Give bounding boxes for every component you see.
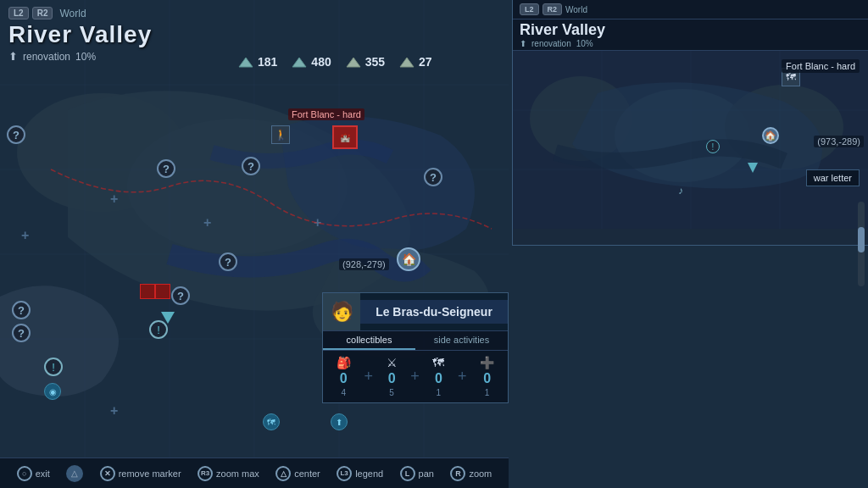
mini-region-title: River Valley xyxy=(520,21,861,39)
l2-button[interactable]: L2 xyxy=(8,7,29,19)
legend-label: legend xyxy=(355,469,383,479)
svg-marker-18 xyxy=(292,58,306,67)
resource-wood-value: 181 xyxy=(258,55,277,69)
red-marker-1[interactable] xyxy=(140,284,155,299)
stat-icon-1: 🎒 xyxy=(337,356,351,369)
scrollbar-thumb xyxy=(858,227,865,252)
resource-extra: 27 xyxy=(398,55,432,69)
stat-icon-4: ➕ xyxy=(480,356,494,369)
remove-marker-label: remove marker xyxy=(119,469,181,479)
location-tabs: collectibles side activities xyxy=(323,331,508,351)
controller-buttons: L2 R2 World xyxy=(8,7,152,19)
marker-question-3[interactable]: ? xyxy=(242,157,260,175)
action-exit: ○ exit xyxy=(17,466,50,481)
marker-question-4[interactable]: ? xyxy=(424,168,442,186)
stat-sep-2: + xyxy=(410,368,420,385)
renovation-percent-main: 10% xyxy=(75,51,96,63)
fast-travel-2[interactable]: 🗺 xyxy=(263,413,280,430)
renovation-info: ⬆ renovation 10% xyxy=(8,50,152,63)
svg-text:+: + xyxy=(110,403,118,418)
action-legend: L3 legend xyxy=(337,466,383,481)
exit-button[interactable]: ○ xyxy=(17,466,32,481)
legend-button[interactable]: L3 xyxy=(337,466,352,481)
renovation-label-main: renovation xyxy=(23,51,70,63)
center-button[interactable]: △ xyxy=(275,466,291,481)
exclaim-marker-2[interactable]: ! xyxy=(44,358,63,376)
svg-marker-19 xyxy=(347,58,360,67)
mini-renovation: ⬆ renovation 10% xyxy=(520,39,861,48)
stat-value-3: 0 xyxy=(435,371,442,386)
resource-stone: 480 xyxy=(291,55,331,69)
svg-text:+: + xyxy=(203,215,211,230)
fort-marker[interactable]: 🏰 xyxy=(332,125,358,149)
marker-question-8[interactable]: ? xyxy=(12,324,31,342)
stat-item-2: ⚔ 0 5 xyxy=(387,356,398,397)
mini-map-body: 🗺 Fort Blanc - hard 🏠 (973,-289) war let… xyxy=(513,51,868,236)
stat-item-4: ➕ 0 1 xyxy=(480,356,494,397)
scrollbar[interactable] xyxy=(858,202,865,286)
resource-extra-value: 27 xyxy=(419,55,432,69)
region-title-main: River Valley xyxy=(8,21,152,48)
stat-value-2: 0 xyxy=(388,371,396,386)
stat-denom-3: 1 xyxy=(437,388,442,397)
stat-item-1: 🎒 0 4 xyxy=(337,356,351,397)
mini-exclaim-1: ! xyxy=(706,140,720,153)
tab-collectibles[interactable]: collectibles xyxy=(323,331,415,350)
mini-world-label: World xyxy=(565,5,587,14)
stat-denom-1: 4 xyxy=(342,388,347,397)
mini-player-marker: 🏠 xyxy=(762,127,779,144)
fort-label-main: Fort Blanc - hard xyxy=(288,108,364,120)
stat-sep-1: + xyxy=(364,368,373,385)
tab-side-activities[interactable]: side activities xyxy=(415,331,508,350)
resource-bar: 181 480 355 27 xyxy=(237,55,432,69)
fast-travel-3[interactable]: ⬆ xyxy=(331,413,348,430)
marker-question-6[interactable]: ? xyxy=(12,301,31,319)
mini-map: L2 R2 World River Valley ⬆ renovation 10… xyxy=(512,0,868,246)
mini-l2-button: L2 xyxy=(520,3,539,15)
coords-label-main: (928,-279) xyxy=(339,258,389,270)
action-center: △ center xyxy=(275,466,320,481)
zoom-max-button[interactable]: R3 xyxy=(198,466,213,481)
resource-wood: 181 xyxy=(237,55,277,69)
stat-icon-3: 🗺 xyxy=(432,356,444,369)
marker-question-7[interactable]: ? xyxy=(171,286,190,305)
action-remove-marker: ✕ remove marker xyxy=(100,466,181,481)
mini-music-note: ♪ xyxy=(678,182,683,197)
stat-value-4: 0 xyxy=(483,371,491,386)
stat-denom-2: 5 xyxy=(389,388,394,397)
bottom-bar: ○ exit △ ✕ remove marker R3 zoom max △ c… xyxy=(0,458,509,488)
resource-metal: 355 xyxy=(345,55,385,69)
marker-question-1[interactable]: ? xyxy=(7,125,25,144)
mini-map-header: L2 R2 World xyxy=(513,0,868,19)
r2-button[interactable]: R2 xyxy=(32,7,53,19)
pan-button[interactable]: L xyxy=(400,466,415,481)
mini-arrow-marker xyxy=(748,163,758,173)
player-marker: 🏠 xyxy=(397,247,420,271)
main-header: L2 R2 World River Valley ⬆ renovation 10… xyxy=(8,7,152,63)
resource-stone-value: 480 xyxy=(311,55,331,69)
action-pan: L pan xyxy=(400,466,434,481)
war-letter-label: war letter xyxy=(806,169,860,186)
exit-label: exit xyxy=(36,469,50,479)
svg-marker-17 xyxy=(239,58,253,67)
stat-item-3: 🗺 0 1 xyxy=(432,356,444,397)
zoom-max-label: zoom max xyxy=(216,469,259,479)
main-map: + + + + + L2 R2 World River Valley ⬆ ren… xyxy=(0,0,868,488)
action-zoom: R zoom xyxy=(450,466,492,481)
renovation-icon-main: ⬆ xyxy=(8,50,18,63)
remove-marker-button[interactable]: ✕ xyxy=(100,466,115,481)
zoom-button[interactable]: R xyxy=(450,466,465,481)
mini-fort-label: Fort Blanc - hard xyxy=(782,59,860,73)
pan-label: pan xyxy=(419,469,434,479)
world-label-main: World xyxy=(59,8,86,19)
triangle-icon: △ xyxy=(66,465,83,482)
location-name: Le Bras-du-Seigneur xyxy=(360,300,508,324)
red-marker-2[interactable] xyxy=(155,284,170,299)
stat-denom-4: 1 xyxy=(485,388,490,397)
mini-coords: (973,-289) xyxy=(814,136,864,147)
fast-travel-1[interactable]: ◉ xyxy=(44,383,61,400)
center-label: center xyxy=(294,469,320,479)
marker-question-5[interactable]: ? xyxy=(219,252,237,271)
marker-question-2[interactable]: ? xyxy=(157,159,175,178)
svg-text:+: + xyxy=(21,228,29,242)
